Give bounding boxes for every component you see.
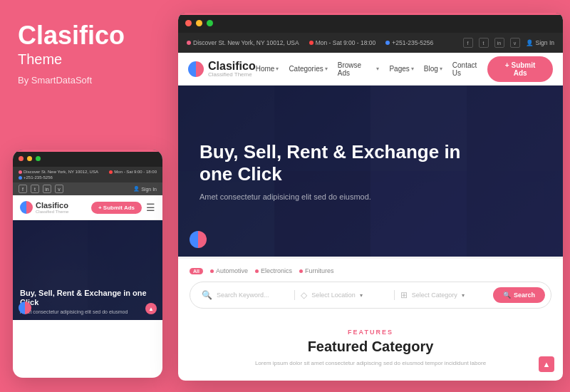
mobile-address: Discover St. New York, NY 10012, USA — [19, 170, 98, 174]
search-tabs: All Automotive Electronics Furnitures — [190, 267, 551, 274]
signin-link[interactable]: 👤 Sign In — [526, 39, 554, 46]
mobile-info-bar: Discover St. New York, NY 10012, USA Mon… — [13, 167, 162, 182]
brand-by: By SmartDataSoft — [18, 75, 153, 86]
site-info-left: Discover St. New York, NY 10012, USA Mon… — [187, 39, 433, 46]
mobile-twitter-icon[interactable]: t — [31, 185, 39, 193]
search-category-input[interactable]: Select Category — [412, 292, 457, 299]
phone-icon — [385, 41, 390, 45]
browser-window: Discover St. New York, NY 10012, USA Mon… — [178, 13, 563, 381]
twitter-icon[interactable]: t — [479, 38, 489, 48]
mobile-logo-circle — [19, 301, 31, 314]
mobile-dot-green — [36, 156, 41, 161]
search-keyword-part: 🔍 Search Keyword... — [196, 290, 291, 300]
search-button[interactable]: 🔍 Search — [493, 287, 545, 303]
site-hero: Buy, Sell, Rent & Exchange in one Click … — [178, 86, 563, 257]
mobile-hours: Mon - Sat 9:00 - 18:00 — [109, 170, 157, 174]
nav-home[interactable]: Home ▾ — [256, 65, 279, 73]
mobile-vimeo-icon[interactable]: v — [55, 185, 63, 193]
site-logo-icon — [188, 61, 204, 77]
location-icon: ◇ — [301, 290, 307, 300]
nav-blog[interactable]: Blog ▾ — [424, 65, 442, 73]
linkedin-icon[interactable]: in — [494, 38, 504, 48]
search-btn-icon: 🔍 — [503, 292, 511, 299]
brand-subtitle: Theme — [18, 51, 153, 68]
search-location-input[interactable]: Select Location — [311, 292, 356, 299]
mobile-hamburger-icon[interactable]: ☰ — [146, 202, 155, 213]
site-nav-links: Home ▾ Categories ▾ Browse Ads ▾ Pages ▾… — [256, 61, 488, 77]
mobile-hero-text: Buy, Sell, Rent & Exchange in one Click … — [20, 289, 155, 314]
site-logo: Clasifico Classified Theme — [188, 60, 256, 78]
tab-electronics[interactable]: Electronics — [255, 267, 292, 274]
nav-categories-caret: ▾ — [325, 66, 328, 72]
features-section: FEATURES Featured Category Lorem ipsum d… — [178, 317, 563, 380]
tab-electronics-dot — [255, 269, 259, 273]
hero-title: Buy, Sell, Rent & Exchange in one Click — [200, 141, 470, 185]
nav-contact[interactable]: Contact Us — [452, 61, 487, 77]
category-icon: ⊞ — [400, 290, 408, 300]
search-keyword-input[interactable]: Search Keyword... — [217, 292, 269, 299]
scroll-top-button[interactable]: ▲ — [539, 356, 554, 372]
brand-title: Clasifico — [18, 21, 153, 50]
site-hours: Mon - Sat 9:00 - 18:00 — [309, 39, 376, 46]
nav-pages[interactable]: Pages ▾ — [389, 65, 413, 73]
site-info-bar: Discover St. New York, NY 10012, USA Mon… — [178, 33, 563, 53]
vimeo-icon[interactable]: v — [510, 38, 520, 48]
search-location-part: ◇ Select Location ▾ — [294, 290, 390, 300]
facebook-icon[interactable]: f — [463, 38, 473, 48]
mobile-scroll-top-button[interactable]: ▲ — [145, 303, 157, 314]
mobile-top-bar — [13, 150, 162, 167]
mobile-social-icons: f t in v — [19, 185, 63, 193]
tab-all[interactable]: All — [190, 268, 203, 274]
nav-browse-ads[interactable]: Browse Ads ▾ — [338, 61, 380, 77]
hero-logo-circle — [190, 231, 207, 248]
tab-automotive[interactable]: Automotive — [210, 267, 248, 274]
search-category-part: ⊞ Select Category ▾ — [394, 290, 490, 300]
nav-home-caret: ▾ — [276, 66, 279, 72]
nav-blog-caret: ▾ — [440, 66, 442, 72]
mobile-dot-yellow — [27, 156, 32, 161]
site-info-right: f t in v 👤 Sign In — [463, 38, 554, 48]
browser-dot-green — [207, 20, 213, 26]
tab-automotive-dot — [210, 269, 214, 273]
mobile-social-bar: f t in v 👤 Sign In — [13, 182, 162, 195]
site-phone: +251-235-5256 — [385, 39, 433, 46]
features-desc: Lorem ipsum dolor sit amet consectetur a… — [192, 359, 549, 368]
browser-dot-red — [185, 20, 192, 26]
mobile-submit-button[interactable]: + Submit Ads — [91, 202, 142, 214]
mobile-logo-icon — [20, 201, 33, 214]
nav-browse-ads-caret: ▾ — [376, 66, 379, 72]
mobile-signin[interactable]: 👤 Sign In — [133, 186, 157, 192]
tab-furnitures-dot — [299, 269, 303, 273]
hours-icon — [309, 41, 314, 45]
search-icon: 🔍 — [202, 290, 212, 300]
tab-furnitures[interactable]: Furnitures — [299, 267, 334, 274]
mobile-hero: Buy, Sell, Rent & Exchange in one Click … — [13, 220, 162, 320]
browser-dot-yellow — [196, 20, 202, 26]
mobile-preview-card: Discover St. New York, NY 10012, USA Mon… — [13, 150, 162, 378]
features-title: Featured Category — [192, 339, 549, 355]
mobile-logo: Clasifico Classified Theme — [20, 201, 68, 214]
mobile-dot-red — [19, 156, 24, 161]
nav-pages-caret: ▾ — [411, 66, 414, 72]
mobile-phone: +251-235-5256 — [19, 175, 53, 180]
location-caret-icon: ▾ — [360, 292, 363, 299]
mobile-facebook-icon[interactable]: f — [19, 185, 27, 193]
category-caret-icon: ▾ — [462, 292, 465, 299]
mobile-nav: Clasifico Classified Theme + Submit Ads … — [13, 195, 162, 220]
hero-content: Buy, Sell, Rent & Exchange in one Click … — [200, 141, 542, 201]
left-panel: Clasifico Theme By SmartDataSoft Discove… — [0, 0, 171, 392]
site-nav: Clasifico Classified Theme Home ▾ Catego… — [178, 53, 563, 86]
mobile-linkedin-icon[interactable]: in — [43, 185, 51, 193]
submit-ads-button[interactable]: + Submit Ads — [487, 56, 553, 82]
address-icon — [187, 41, 191, 45]
browser-top-bar — [178, 13, 563, 33]
search-section: All Automotive Electronics Furnitures 🔍 … — [178, 257, 563, 317]
site-address: Discover St. New York, NY 10012, USA — [187, 39, 299, 46]
features-label: FEATURES — [192, 329, 549, 336]
search-bar: 🔍 Search Keyword... ◇ Select Location ▾ … — [190, 282, 551, 309]
hero-subtitle: Amet consectetur adipisicing elit sed do… — [200, 192, 442, 201]
nav-categories[interactable]: Categories ▾ — [289, 65, 327, 73]
browser-accent-bar — [178, 13, 563, 15]
